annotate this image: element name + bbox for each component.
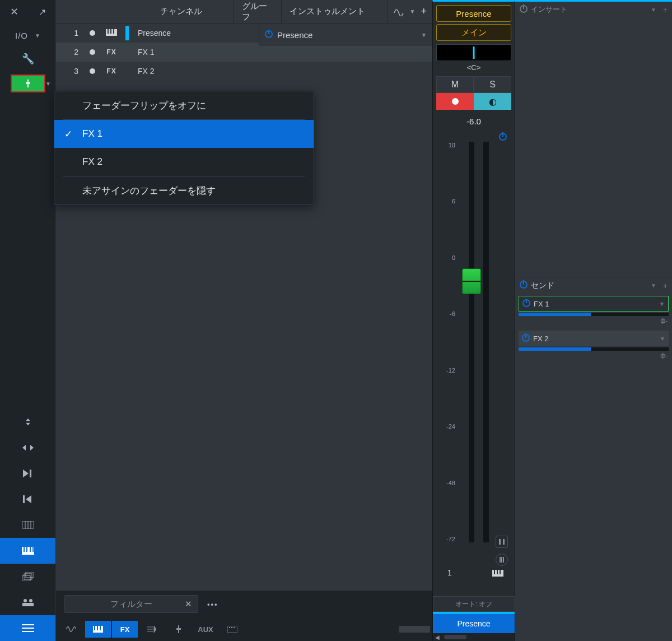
- scrollbar-thumb[interactable]: [444, 635, 466, 639]
- svg-rect-30: [227, 626, 237, 633]
- send-name: FX 1: [534, 300, 656, 308]
- dot-icon: [90, 30, 95, 36]
- power-icon[interactable]: [522, 299, 530, 309]
- power-icon[interactable]: [522, 334, 530, 343]
- svg-rect-16: [22, 603, 34, 606]
- menu-button[interactable]: [0, 615, 55, 641]
- instrument-view-button[interactable]: [0, 538, 55, 564]
- switch-aux[interactable]: AUX: [193, 621, 218, 638]
- chevron-down-icon[interactable]: ▼: [421, 32, 427, 38]
- track-name: Presence: [138, 29, 171, 38]
- group-icon[interactable]: [0, 589, 55, 615]
- send-slot: FX 2 ▼ ф-: [519, 331, 669, 359]
- power-icon[interactable]: [265, 30, 273, 40]
- record-arm-button[interactable]: [436, 93, 474, 110]
- svg-rect-8: [26, 547, 27, 552]
- svg-rect-38: [503, 557, 504, 563]
- switch-instrument[interactable]: [85, 621, 111, 638]
- dot-icon: [90, 68, 95, 74]
- chevron-down-icon: ▼: [45, 81, 51, 87]
- scroll-left-icon[interactable]: ◀: [433, 634, 442, 640]
- more-icon[interactable]: •••: [204, 600, 218, 609]
- automation-mode[interactable]: オート: オフ: [433, 596, 515, 612]
- menu-fx1[interactable]: ✓ FX 1: [54, 120, 314, 148]
- channel-output-button[interactable]: メイン: [436, 24, 511, 41]
- svg-rect-36: [500, 557, 501, 563]
- svg-rect-11: [22, 575, 30, 581]
- fader-handle[interactable]: [462, 268, 481, 294]
- chevron-down-icon[interactable]: ▼: [651, 282, 656, 289]
- switch-keys[interactable]: [220, 621, 245, 638]
- chevron-down-icon[interactable]: ▼: [659, 301, 665, 307]
- tab-group[interactable]: グルーフ: [234, 0, 282, 23]
- svg-rect-41: [497, 570, 498, 574]
- sig-icon[interactable]: [393, 7, 404, 16]
- monitor-button[interactable]: ◐: [474, 93, 511, 110]
- close-expand-row: ✕ ↗: [0, 0, 55, 24]
- settings-button[interactable]: 🔧: [0, 47, 55, 71]
- jump-end-button[interactable]: [0, 461, 55, 486]
- dot-icon: [90, 49, 95, 55]
- pause-icon[interactable]: [496, 536, 508, 548]
- fader-track[interactable]: [469, 142, 474, 542]
- send-fx2[interactable]: FX 2 ▼: [519, 331, 669, 346]
- switch-fx[interactable]: FX: [112, 621, 138, 638]
- monitor-icon: ◐: [489, 96, 497, 107]
- power-icon[interactable]: [520, 281, 528, 290]
- send-level-bar[interactable]: [519, 347, 669, 351]
- channel-scrollbar[interactable]: ◀: [433, 633, 515, 641]
- add-icon[interactable]: +: [421, 6, 427, 17]
- clear-icon[interactable]: ✕: [185, 599, 192, 609]
- tab-instrument[interactable]: インストゥルメント: [282, 0, 387, 23]
- grid1-icon[interactable]: [0, 512, 55, 538]
- send-fx1[interactable]: FX 1 ▼: [519, 296, 669, 312]
- track-row[interactable]: 3 FX FX 2: [56, 62, 432, 81]
- svg-rect-40: [494, 570, 495, 574]
- chevron-down-icon[interactable]: ▼: [651, 7, 656, 13]
- svg-rect-35: [503, 539, 505, 545]
- power-icon[interactable]: [499, 133, 507, 142]
- svg-rect-26: [97, 626, 98, 630]
- fader-flip-button[interactable]: ▼: [0, 71, 55, 96]
- sends-header[interactable]: センド ▼ +: [515, 277, 672, 294]
- menu-fx2[interactable]: FX 2: [54, 148, 314, 176]
- channel-index: 1: [447, 568, 452, 577]
- sort-button[interactable]: [0, 409, 55, 435]
- instrument-slot[interactable]: Presence ▼: [259, 24, 432, 46]
- channel-name-button[interactable]: Presence: [436, 5, 511, 22]
- jump-out-button[interactable]: [0, 486, 55, 512]
- menu-hide-unassigned[interactable]: 未アサインのフェーダーを隠す: [54, 176, 314, 205]
- switch-vca[interactable]: [166, 621, 192, 638]
- switch-audio[interactable]: [58, 621, 84, 638]
- meter-mode-icon[interactable]: [496, 554, 508, 566]
- pan-slider[interactable]: [436, 44, 511, 61]
- power-icon[interactable]: [520, 5, 528, 15]
- chevron-down-icon[interactable]: ▼: [410, 8, 416, 15]
- svg-rect-37: [501, 557, 502, 563]
- svg-rect-31: [229, 627, 230, 628]
- mute-button[interactable]: M: [436, 76, 474, 93]
- narrow-button[interactable]: [0, 435, 55, 461]
- svg-rect-27: [100, 626, 101, 630]
- menu-flip-off[interactable]: フェーダーフリップをオフに: [54, 91, 314, 119]
- inserts-label: インサート: [531, 4, 647, 15]
- chevron-down-icon[interactable]: ▼: [660, 336, 665, 342]
- svg-rect-23: [113, 29, 114, 34]
- close-icon[interactable]: ✕: [10, 6, 18, 18]
- svg-rect-7: [24, 547, 25, 552]
- inserts-header[interactable]: インサート ▼ +: [515, 2, 672, 17]
- add-icon[interactable]: +: [663, 5, 668, 14]
- filter-input[interactable]: フィルター ✕: [64, 595, 198, 613]
- tab-channel[interactable]: チャンネル: [129, 0, 234, 23]
- track-name: FX 2: [138, 67, 155, 76]
- io-label: I/O: [15, 31, 28, 40]
- send-level-bar[interactable]: [519, 313, 669, 316]
- add-icon[interactable]: +: [663, 281, 668, 290]
- inserts-body[interactable]: [515, 17, 672, 277]
- switch-bus[interactable]: [139, 621, 165, 638]
- channel-footer-label[interactable]: Presence: [433, 614, 515, 633]
- io-button[interactable]: I/O ▼: [0, 24, 55, 47]
- expand-icon[interactable]: ↗: [39, 7, 46, 17]
- stack-icon[interactable]: [0, 564, 55, 589]
- solo-button[interactable]: S: [474, 76, 511, 93]
